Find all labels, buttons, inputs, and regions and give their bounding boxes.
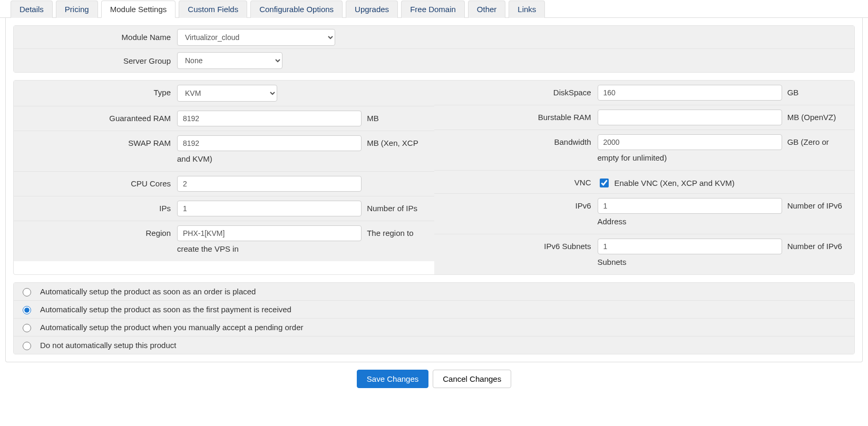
module-name-select[interactable]: Virtualizor_cloud bbox=[177, 29, 335, 46]
region-label: Region bbox=[14, 225, 177, 237]
ipv6-label: IPv6 bbox=[434, 198, 598, 210]
tab-configurable-options[interactable]: Configurable Options bbox=[250, 1, 343, 18]
server-group-select[interactable]: None bbox=[177, 52, 282, 69]
burstable-ram-suffix: MB (OpenVZ) bbox=[784, 113, 836, 122]
tab-module-settings[interactable]: Module Settings bbox=[101, 1, 176, 18]
type-label: Type bbox=[14, 85, 177, 97]
tab-custom-fields[interactable]: Custom Fields bbox=[179, 1, 247, 18]
auto-setup-options: Automatically setup the product as soon … bbox=[13, 282, 855, 354]
auto-setup-on-accept-label: Automatically setup the product when you… bbox=[40, 323, 303, 332]
tab-upgrades[interactable]: Upgrades bbox=[346, 1, 398, 18]
auto-setup-on-payment-label: Automatically setup the product as soon … bbox=[40, 305, 291, 314]
diskspace-suffix: GB bbox=[784, 88, 799, 97]
module-settings-panel: Module Name Virtualizor_cloud Server Gro… bbox=[5, 18, 863, 362]
auto-setup-none[interactable]: Do not automatically setup this product bbox=[14, 336, 854, 354]
tab-other[interactable]: Other bbox=[468, 1, 506, 18]
ipv6-input[interactable] bbox=[598, 198, 782, 214]
footer-actions: Save Changes Cancel Changes bbox=[0, 362, 868, 392]
tab-free-domain[interactable]: Free Domain bbox=[401, 1, 465, 18]
tab-pricing[interactable]: Pricing bbox=[56, 1, 98, 18]
type-select[interactable]: KVM bbox=[177, 85, 277, 102]
bandwidth-input[interactable] bbox=[598, 134, 782, 150]
save-button[interactable]: Save Changes bbox=[357, 370, 428, 388]
cpu-cores-label: CPU Cores bbox=[14, 176, 177, 188]
cancel-button[interactable]: Cancel Changes bbox=[433, 370, 511, 388]
auto-setup-on-payment[interactable]: Automatically setup the product as soon … bbox=[14, 301, 854, 319]
ips-label: IPs bbox=[14, 201, 177, 213]
auto-setup-on-order-radio[interactable] bbox=[23, 288, 31, 296]
ips-suffix: Number of IPs bbox=[364, 204, 417, 213]
diskspace-input[interactable] bbox=[598, 85, 782, 101]
module-name-label: Module Name bbox=[14, 33, 177, 42]
vnc-label: VNC bbox=[434, 175, 598, 187]
guaranteed-ram-suffix: MB bbox=[364, 114, 379, 123]
module-options-grid: Type KVM Guaranteed RAM MB SWAP RAM bbox=[13, 80, 855, 275]
swap-ram-input[interactable] bbox=[177, 135, 362, 151]
auto-setup-on-order[interactable]: Automatically setup the product as soon … bbox=[14, 283, 854, 301]
auto-setup-on-accept[interactable]: Automatically setup the product when you… bbox=[14, 319, 854, 336]
auto-setup-none-label: Do not automatically setup this product bbox=[40, 341, 176, 350]
cpu-cores-input[interactable] bbox=[177, 176, 362, 192]
ipv6-subnets-input[interactable] bbox=[598, 239, 782, 254]
guaranteed-ram-input[interactable] bbox=[177, 111, 362, 126]
auto-setup-none-radio[interactable] bbox=[23, 342, 31, 350]
auto-setup-on-accept-radio[interactable] bbox=[23, 324, 31, 332]
auto-setup-on-order-label: Automatically setup the product as soon … bbox=[40, 287, 256, 296]
vnc-checkbox[interactable] bbox=[600, 179, 609, 187]
guaranteed-ram-label: Guaranteed RAM bbox=[14, 111, 177, 123]
bandwidth-label: Bandwidth bbox=[434, 134, 598, 146]
swap-ram-label: SWAP RAM bbox=[14, 135, 177, 147]
tab-details[interactable]: Details bbox=[11, 1, 53, 18]
tab-links[interactable]: Links bbox=[509, 1, 545, 18]
burstable-ram-label: Burstable RAM bbox=[434, 110, 598, 122]
diskspace-label: DiskSpace bbox=[434, 85, 598, 97]
tabs-bar: Details Pricing Module Settings Custom F… bbox=[0, 0, 868, 18]
ipv6-subnets-label: IPv6 Subnets bbox=[434, 239, 598, 251]
module-top-group: Module Name Virtualizor_cloud Server Gro… bbox=[13, 25, 855, 73]
ips-input[interactable] bbox=[177, 201, 362, 216]
server-group-label: Server Group bbox=[14, 56, 177, 65]
burstable-ram-input[interactable] bbox=[598, 110, 782, 125]
vnc-checkbox-label: Enable VNC (Xen, XCP and KVM) bbox=[615, 179, 735, 187]
auto-setup-on-payment-radio[interactable] bbox=[23, 306, 31, 314]
region-input[interactable] bbox=[177, 225, 362, 241]
